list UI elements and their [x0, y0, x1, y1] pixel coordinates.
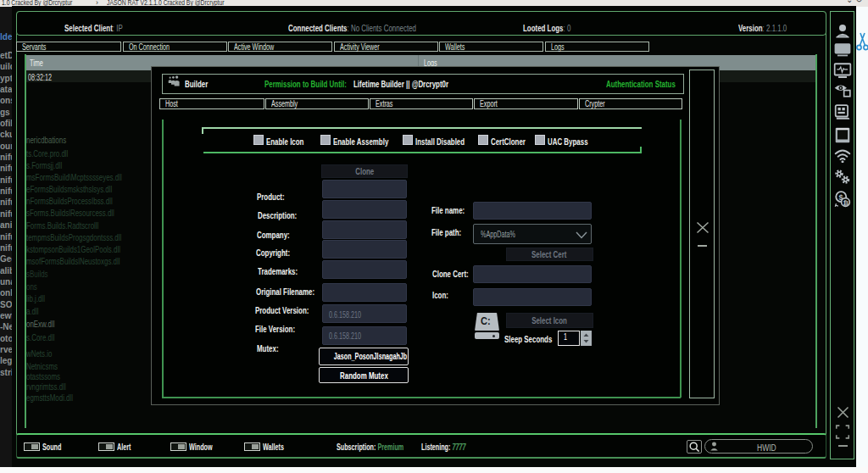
svg-text:₿: ₿	[843, 198, 849, 206]
